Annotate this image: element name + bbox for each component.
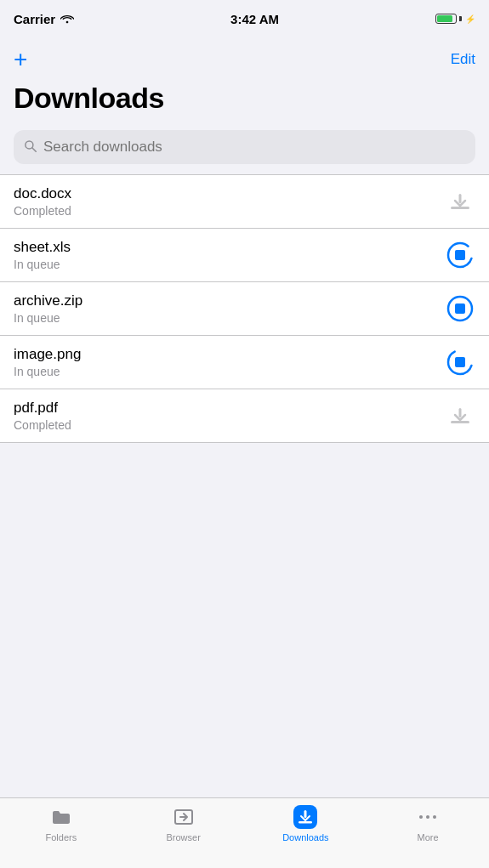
item-action-inqueue[interactable] (445, 293, 475, 324)
item-action-inqueue[interactable] (445, 347, 475, 377)
svg-rect-10 (451, 421, 469, 423)
search-input[interactable] (43, 139, 465, 156)
page-title-area: Downloads (0, 82, 489, 123)
svg-rect-2 (451, 207, 469, 209)
item-filename: sheet.xls (14, 239, 71, 256)
list-item: sheet.xls In queue (0, 229, 489, 282)
more-tab-label: More (418, 832, 439, 842)
tab-browser[interactable]: Browser (122, 805, 245, 842)
status-bar: Carrier 3:42 AM ⚡ (0, 0, 489, 37)
svg-line-1 (32, 148, 37, 152)
tab-bar: Folders Browser Downloads (0, 797, 489, 868)
item-filename: doc.docx (14, 185, 71, 202)
svg-rect-3 (459, 194, 462, 203)
wifi-icon (60, 12, 74, 26)
svg-rect-9 (455, 357, 465, 367)
in-queue-icon (446, 348, 475, 377)
tab-more[interactable]: More (367, 805, 489, 842)
download-tray-icon (448, 190, 472, 213)
svg-rect-11 (459, 408, 462, 417)
battery-icon (435, 14, 462, 24)
item-status: Completed (14, 204, 71, 218)
list-item: doc.docx Completed (0, 175, 489, 229)
search-container[interactable] (14, 130, 475, 164)
time-label: 3:42 AM (230, 12, 279, 26)
bolt-icon: ⚡ (465, 14, 475, 24)
list-item: pdf.pdf Completed (0, 389, 489, 443)
folders-tab-icon (49, 805, 73, 829)
item-filename: pdf.pdf (14, 400, 71, 417)
item-action-completed[interactable] (445, 400, 475, 431)
item-action-inqueue[interactable] (445, 240, 475, 270)
in-queue-icon (446, 241, 475, 269)
tab-folders[interactable]: Folders (0, 805, 122, 842)
downloads-tab-icon (293, 805, 317, 829)
browser-tab-label: Browser (166, 832, 200, 842)
svg-point-15 (419, 815, 423, 819)
item-status: In queue (14, 258, 71, 271)
list-item: archive.zip In queue (0, 282, 489, 336)
download-tray-icon (448, 404, 472, 428)
item-status: In queue (14, 311, 82, 325)
edit-button[interactable]: Edit (451, 51, 475, 68)
svg-rect-7 (455, 304, 465, 314)
more-tab-icon (416, 805, 440, 829)
item-action-completed[interactable] (445, 186, 475, 217)
item-status: In queue (14, 365, 81, 378)
downloads-tab-label: Downloads (282, 832, 328, 842)
downloads-list: doc.docx Completed sheet.xls In queue (0, 174, 489, 443)
tab-downloads[interactable]: Downloads (245, 805, 367, 842)
svg-rect-13 (299, 821, 312, 824)
carrier-label: Carrier (14, 12, 55, 26)
page-title: Downloads (14, 82, 475, 115)
folders-tab-label: Folders (46, 832, 77, 842)
item-status: Completed (14, 418, 71, 432)
item-filename: archive.zip (14, 292, 82, 309)
nav-bar: + Edit (0, 37, 489, 82)
browser-tab-icon (172, 805, 196, 829)
search-area (0, 123, 489, 174)
in-queue-icon (446, 294, 475, 323)
svg-rect-5 (455, 250, 465, 260)
svg-rect-14 (304, 810, 307, 818)
search-icon (24, 139, 37, 155)
svg-point-16 (426, 815, 429, 819)
item-filename: image.png (14, 346, 81, 363)
add-button[interactable]: + (14, 48, 27, 71)
svg-point-17 (433, 815, 436, 819)
list-item: image.png In queue (0, 336, 489, 389)
